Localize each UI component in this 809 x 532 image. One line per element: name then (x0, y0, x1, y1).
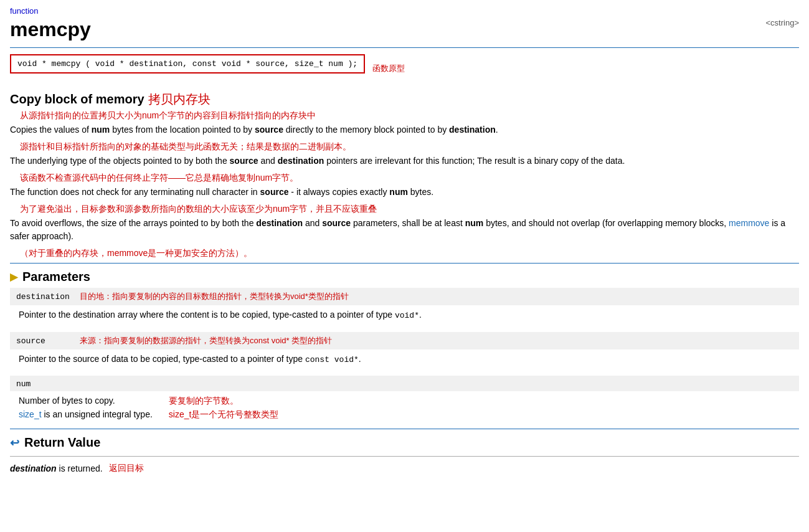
param-destination-name: destination (16, 292, 72, 302)
return-heading: ↩ Return Value (10, 435, 799, 450)
cstring-ref: <cstring> (766, 18, 799, 27)
param-source-desc: Pointer to the source of data to be copi… (10, 349, 799, 373)
param-num: num Number of bytes to copy. 要复制的字节数。 si… (10, 376, 799, 425)
param-destination-cn: 目的地：指向要复制的内容的目标数组的指针，类型转换为void*类型的指针 (80, 291, 349, 302)
title-divider (10, 47, 799, 48)
return-cn: 返回目标 (109, 463, 144, 474)
prototype-box: void * memcpy ( void * destination, cons… (10, 54, 365, 74)
param-source-cn: 来源：指向要复制的数据源的指针，类型转换为const void* 类型的指针 (80, 335, 332, 346)
return-desc: destination is returned. 返回目标 (10, 463, 799, 474)
num-row-1-en: Number of bytes to copy. (19, 394, 156, 408)
num-row-2-en: size_t is an unsigned integral type. (19, 408, 156, 422)
num-row-2-cn: size_t是一个无符号整数类型 (156, 408, 283, 422)
summary-line-3-cn: 该函数不检查源代码中的任何终止字符——它总是精确地复制num字节。 (20, 173, 799, 184)
summary-line-2-cn: 源指针和目标指针所指向的对象的基础类型与此函数无关；结果是数据的二进制副本。 (20, 141, 799, 153)
num-row-2: size_t is an unsigned integral type. siz… (19, 408, 282, 422)
summary-heading-cn: 拷贝内存块 (148, 91, 211, 108)
summary-line-4-cn: 为了避免溢出，目标参数和源参数所指向的数组的大小应该至少为num字节，并且不应该… (20, 204, 799, 215)
param-source-row: source 来源：指向要复制的数据源的指针，类型转换为const void* … (10, 332, 799, 349)
param-destination-row: destination 目的地：指向要复制的内容的目标数组的指针，类型转换为vo… (10, 288, 799, 305)
params-heading: ▶ Parameters (10, 270, 799, 284)
num-row-1: Number of bytes to copy. 要复制的字节数。 (19, 394, 282, 408)
num-row-1-cn: 要复制的字节数。 (156, 394, 283, 408)
summary-line-3-en: The function does not check for any term… (10, 186, 799, 199)
param-destination: destination 目的地：指向要复制的内容的目标数组的指针，类型转换为vo… (10, 288, 799, 328)
return-arrow-icon: ↩ (10, 436, 19, 450)
summary-line-4-en: To avoid overflows, the size of the arra… (10, 217, 799, 243)
params-heading-label: Parameters (22, 270, 90, 284)
page-title: memcpy (10, 18, 91, 41)
category-label: function (10, 6, 799, 16)
size-t-link[interactable]: size_t (19, 409, 42, 419)
summary-heading-en: Copy block of memory (10, 92, 144, 107)
return-divider (10, 429, 799, 429)
param-num-row: num (10, 376, 799, 391)
params-divider (10, 263, 799, 264)
param-source-name: source (16, 336, 72, 346)
summary-line-2-en: The underlying type of the objects point… (10, 154, 799, 168)
return-en: destination is returned. (10, 463, 103, 473)
summary-line-5-cn: （对于重叠的内存块，memmove是一种更加安全的方法）。 (20, 248, 799, 259)
summary-line-1-cn: 从源指针指向的位置拷贝大小为num个字节的内容到目标指针指向的内存块中 (20, 110, 799, 121)
params-triangle-icon: ▶ (10, 271, 17, 283)
return-heading-label: Return Value (24, 435, 100, 450)
summary-line-1-en: Copies the values of num bytes from the … (10, 123, 799, 136)
param-num-desc: Number of bytes to copy. 要复制的字节数。 size_t… (10, 391, 799, 425)
prototype-row: void * memcpy ( void * destination, cons… (10, 54, 799, 82)
param-source: source 来源：指向要复制的数据源的指针，类型转换为const void* … (10, 332, 799, 373)
return-sub-divider (10, 456, 799, 457)
summary-heading: Copy block of memory 拷贝内存块 (10, 91, 799, 108)
param-num-name: num (16, 379, 31, 389)
prototype-label: 函数原型 (372, 63, 405, 74)
memmove-link[interactable]: memmove (729, 218, 769, 228)
param-destination-desc: Pointer to the destination array where t… (10, 305, 799, 328)
